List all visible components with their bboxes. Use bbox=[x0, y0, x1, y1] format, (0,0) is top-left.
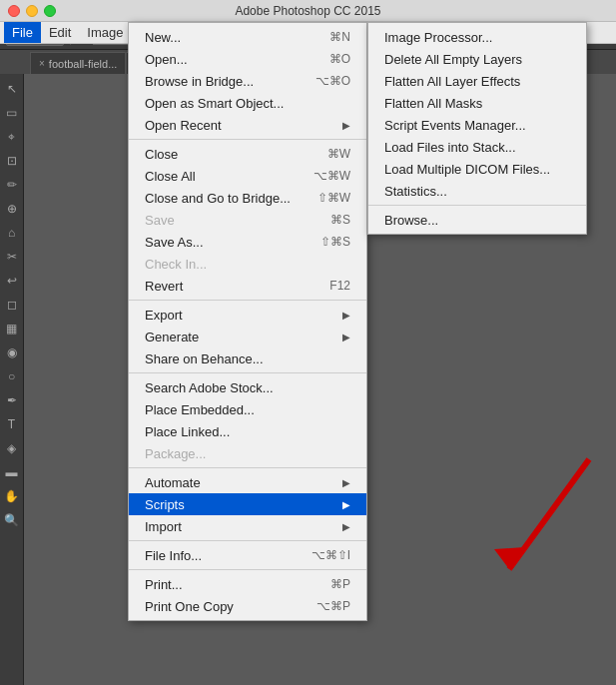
submenu-arrow: ▶ bbox=[342, 332, 350, 342]
menu-item-flatten-effects[interactable]: Flatten All Layer Effects bbox=[368, 70, 586, 92]
menu-item-flatten-masks[interactable]: Flatten All Masks bbox=[368, 92, 586, 114]
menu-item-label: Revert bbox=[145, 279, 183, 294]
menu-edit[interactable]: Edit bbox=[41, 22, 79, 43]
menu-item-label: Close All bbox=[145, 169, 196, 184]
menu-item-scripts[interactable]: Scripts ▶ bbox=[129, 493, 366, 515]
clone-tool[interactable]: ✂ bbox=[1, 246, 23, 268]
lasso-tool[interactable]: ⌖ bbox=[1, 126, 23, 148]
menu-item-label: Save bbox=[145, 213, 175, 228]
heal-tool[interactable]: ⊕ bbox=[1, 198, 23, 220]
menu-item-new[interactable]: New... ⌘N bbox=[129, 26, 366, 48]
menu-item-label: File Info... bbox=[145, 548, 202, 563]
maximize-button[interactable] bbox=[44, 5, 56, 17]
hand-tool[interactable]: ✋ bbox=[1, 485, 23, 507]
menu-item-export[interactable]: Export ▶ bbox=[129, 304, 366, 326]
separator bbox=[368, 205, 586, 206]
path-tool[interactable]: ◈ bbox=[1, 437, 23, 459]
brush-tool[interactable]: ⌂ bbox=[1, 222, 23, 244]
menu-item-label: Automate bbox=[145, 475, 201, 490]
select-tool[interactable]: ▭ bbox=[1, 102, 23, 124]
menu-item-label: Print... bbox=[145, 577, 183, 592]
blur-tool[interactable]: ◉ bbox=[1, 342, 23, 363]
menu-item-check-in[interactable]: Check In... bbox=[129, 253, 366, 275]
menu-file[interactable]: File bbox=[4, 22, 41, 43]
crop-tool[interactable]: ⊡ bbox=[1, 150, 23, 172]
menu-item-open-smart[interactable]: Open as Smart Object... bbox=[129, 92, 366, 114]
menu-item-save-as[interactable]: Save As... ⇧⌘S bbox=[129, 231, 366, 253]
menu-item-label: Import bbox=[145, 519, 182, 534]
menu-item-import[interactable]: Import ▶ bbox=[129, 515, 366, 537]
move-tool[interactable]: ↖ bbox=[1, 78, 23, 100]
tab-football[interactable]: × football-field... bbox=[30, 52, 126, 74]
menu-item-print-one[interactable]: Print One Copy ⌥⌘P bbox=[129, 595, 366, 617]
menu-item-share-behance[interactable]: Share on Behance... bbox=[129, 347, 366, 369]
menu-item-load-dicom[interactable]: Load Multiple DICOM Files... bbox=[368, 158, 586, 180]
submenu-arrow: ▶ bbox=[342, 521, 350, 532]
close-button[interactable] bbox=[8, 5, 20, 17]
shortcut: ⌘N bbox=[329, 30, 350, 44]
menu-image[interactable]: Image bbox=[79, 22, 131, 43]
tab-close-football[interactable]: × bbox=[39, 58, 45, 69]
menu-item-load-files[interactable]: Load Files into Stack... bbox=[368, 136, 586, 158]
menu-item-browse[interactable]: Browse in Bridge... ⌥⌘O bbox=[129, 70, 366, 92]
menu-item-browse[interactable]: Browse... bbox=[368, 209, 586, 231]
menu-item-label: Close and Go to Bridge... bbox=[145, 191, 291, 206]
window-title-text: Adobe Photoshop CC 2015 bbox=[235, 4, 380, 18]
menu-item-package[interactable]: Package... bbox=[129, 442, 366, 464]
menu-item-image-processor[interactable]: Image Processor... bbox=[368, 26, 586, 48]
window-title-bar: Adobe Photoshop CC 2015 bbox=[0, 0, 616, 22]
menu-item-generate[interactable]: Generate ▶ bbox=[129, 326, 366, 347]
shape-tool[interactable]: ▬ bbox=[1, 461, 23, 483]
dodge-tool[interactable]: ○ bbox=[1, 365, 23, 387]
menu-item-label: Export bbox=[145, 308, 183, 323]
menu-item-label: Load Multiple DICOM Files... bbox=[384, 162, 550, 177]
menu-item-statistics[interactable]: Statistics... bbox=[368, 180, 586, 202]
menu-item-close[interactable]: Close ⌘W bbox=[129, 143, 366, 165]
shortcut: ⌥⌘W bbox=[313, 169, 350, 183]
menu-item-label: Delete All Empty Layers bbox=[384, 52, 522, 67]
menu-item-label: Statistics... bbox=[384, 184, 447, 199]
menu-item-delete-empty[interactable]: Delete All Empty Layers bbox=[368, 48, 586, 70]
eraser-tool[interactable]: ◻ bbox=[1, 294, 23, 316]
menu-item-label: Open as Smart Object... bbox=[145, 96, 284, 111]
shortcut: ⇧⌘S bbox=[320, 235, 350, 249]
scripts-submenu: Image Processor... Delete All Empty Laye… bbox=[367, 22, 587, 235]
menu-item-automate[interactable]: Automate ▶ bbox=[129, 471, 366, 493]
menu-item-label: Scripts bbox=[145, 497, 185, 512]
menu-item-open-recent[interactable]: Open Recent ▶ bbox=[129, 114, 366, 136]
separator bbox=[129, 540, 366, 541]
eyedropper-tool[interactable]: ✏ bbox=[1, 174, 23, 196]
menu-item-search-stock[interactable]: Search Adobe Stock... bbox=[129, 376, 366, 398]
menu-item-script-events[interactable]: Script Events Manager... bbox=[368, 114, 586, 136]
menu-item-label: Open Recent bbox=[145, 118, 222, 133]
menu-item-place-embedded[interactable]: Place Embedded... bbox=[129, 398, 366, 420]
menu-item-close-all[interactable]: Close All ⌥⌘W bbox=[129, 165, 366, 187]
separator bbox=[129, 569, 366, 570]
menu-item-print[interactable]: Print... ⌘P bbox=[129, 573, 366, 595]
menu-item-place-linked[interactable]: Place Linked... bbox=[129, 420, 366, 442]
shortcut: ⌥⌘P bbox=[316, 599, 350, 613]
menu-item-close-bridge[interactable]: Close and Go to Bridge... ⇧⌘W bbox=[129, 187, 366, 209]
zoom-tool[interactable]: 🔍 bbox=[1, 509, 23, 531]
separator bbox=[129, 467, 366, 468]
menu-item-label: Open... bbox=[145, 52, 188, 67]
submenu-arrow: ▶ bbox=[342, 477, 350, 488]
menu-item-label: Package... bbox=[145, 446, 206, 461]
menu-item-open[interactable]: Open... ⌘O bbox=[129, 48, 366, 70]
menu-item-file-info[interactable]: File Info... ⌥⌘⇧I bbox=[129, 544, 366, 566]
type-tool[interactable]: T bbox=[1, 413, 23, 435]
menu-item-save[interactable]: Save ⌘S bbox=[129, 209, 366, 231]
separator bbox=[129, 300, 366, 301]
separator bbox=[129, 372, 366, 373]
window-controls bbox=[8, 5, 56, 17]
menu-item-label: Generate bbox=[145, 330, 199, 344]
menu-item-revert[interactable]: Revert F12 bbox=[129, 275, 366, 297]
gradient-tool[interactable]: ▦ bbox=[1, 318, 23, 340]
shortcut: ⌘W bbox=[327, 147, 350, 161]
menu-item-label: Image Processor... bbox=[384, 30, 492, 45]
pen-tool[interactable]: ✒ bbox=[1, 389, 23, 411]
minimize-button[interactable] bbox=[26, 5, 38, 17]
menu-item-label: Place Linked... bbox=[145, 424, 230, 439]
submenu-arrow: ▶ bbox=[342, 120, 350, 131]
history-tool[interactable]: ↩ bbox=[1, 270, 23, 292]
